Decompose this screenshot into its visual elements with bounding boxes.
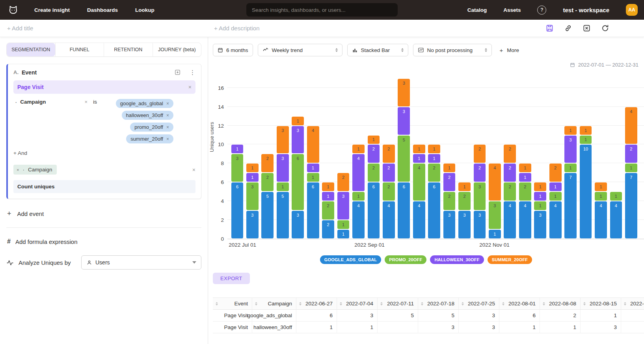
bar-segment-google_ads_global[interactable]: 5 (261, 192, 274, 238)
bar-segment-promo_20off[interactable]: 1 (595, 192, 607, 201)
card-menu-icon[interactable]: ⋮ (190, 69, 195, 75)
bar-segment-promo_20off[interactable]: 1 (625, 164, 637, 172)
clear-breakdown-icon[interactable]: × (192, 167, 195, 173)
bar-segment-summer_20off[interactable]: 3 (398, 79, 410, 106)
bar-segment-google_ads_global[interactable]: 4 (383, 201, 395, 238)
bar-segment-halloween_30off[interactable]: 2 (443, 173, 456, 191)
bar-segment-google_ads_global[interactable]: 3 (458, 211, 471, 238)
sort-icon[interactable] (543, 302, 545, 305)
sort-icon[interactable] (216, 302, 218, 305)
sort-icon[interactable] (380, 302, 383, 305)
analyze-by-select[interactable]: Users (81, 255, 201, 270)
bar-segment-promo_20off[interactable]: 2 (519, 182, 531, 201)
bar-segment-summer_20off[interactable]: 4 (625, 107, 637, 144)
bar-segment-google_ads_global[interactable]: 4 (610, 201, 622, 238)
event-selector[interactable]: Page Visit × (13, 80, 195, 94)
bar-segment-halloween_30off[interactable]: 3 (277, 154, 289, 182)
chart-type-select[interactable]: Stacked Bar (347, 44, 408, 56)
bar-segment-summer_20off[interactable]: 4 (489, 164, 501, 201)
bar-segment-google_ads_global[interactable]: 6 (307, 182, 319, 238)
nav-item-catalog[interactable]: Catalog (467, 7, 487, 13)
bar-segment-halloween_30off[interactable]: 1 (322, 192, 334, 201)
filter-value-chip[interactable]: halloween_30off× (122, 111, 173, 120)
bar-segment-promo_20off[interactable]: 1 (610, 192, 622, 201)
bar-segment-halloween_30off[interactable]: 1 (413, 154, 425, 163)
bar-segment-halloween_30off[interactable]: 1 (246, 173, 259, 182)
nav-item-assets[interactable]: Assets (503, 7, 521, 13)
bar-segment-google_ads_global[interactable]: 6 (231, 182, 244, 238)
filter-operator[interactable]: is (93, 99, 97, 105)
bar-segment-halloween_30off[interactable]: 1 (549, 182, 562, 191)
table-header-2022-07-11[interactable]: 2022-07-11 (378, 298, 418, 310)
add-event-button[interactable]: + Add event (6, 210, 201, 217)
filter-value-chip[interactable]: google_ads_global× (116, 99, 173, 108)
export-button[interactable]: EXPORT (213, 273, 250, 284)
tab-retention[interactable]: RETENTION (104, 43, 153, 56)
sort-icon[interactable] (624, 302, 626, 305)
bar-segment-promo_20off[interactable]: 2 (504, 182, 516, 201)
sort-icon[interactable] (583, 302, 586, 305)
bar-segment-halloween_30off[interactable]: 2 (625, 145, 637, 163)
remove-filter-icon[interactable]: × (85, 99, 88, 105)
bar-segment-google_ads_global[interactable]: 6 (428, 182, 440, 238)
bar-segment-halloween_30off[interactable]: 2 (383, 164, 395, 182)
nav-item-lookup[interactable]: Lookup (135, 7, 154, 13)
bar-segment-google_ads_global[interactable]: 1 (489, 230, 501, 238)
bar-segment-halloween_30off[interactable]: 3 (337, 192, 350, 219)
bar-segment-summer_20off[interactable]: 1 (580, 126, 592, 135)
bar-segment-promo_20off[interactable]: 3 (246, 182, 259, 210)
sort-icon[interactable] (255, 302, 257, 305)
breakdown-chip[interactable]: × · Campaign (13, 165, 57, 175)
bar-segment-halloween_30off[interactable]: 1 (307, 164, 319, 172)
table-header-event[interactable]: Event (213, 298, 252, 310)
bar-segment-promo_20off[interactable]: 4 (413, 164, 425, 201)
bar-segment-promo_20off[interactable]: 3 (231, 154, 244, 182)
bar-segment-google_ads_global[interactable]: 7 (625, 173, 637, 238)
filter-property[interactable]: Campaign (20, 99, 46, 105)
table-header-2022-08-01[interactable]: 2022-08-01 (499, 298, 540, 310)
bar-segment-google_ads_global[interactable]: 6 (398, 182, 410, 238)
bar-segment-promo_20off[interactable]: 1 (352, 192, 365, 201)
bar-segment-halloween_30off[interactable]: 1 (428, 154, 440, 163)
bar-segment-halloween_30off[interactable]: 1 (519, 173, 531, 182)
bar-segment-summer_20off[interactable]: 1 (413, 145, 425, 153)
avatar[interactable]: AA (626, 4, 638, 16)
legend-pill-summer-20off[interactable]: SUMMER_20OFF (488, 255, 532, 264)
bar-segment-halloween_30off[interactable]: 1 (231, 145, 244, 153)
sort-icon[interactable] (462, 302, 464, 305)
bar-segment-halloween_30off[interactable]: 4 (352, 154, 365, 191)
bar-segment-google_ads_global[interactable]: 4 (504, 201, 516, 238)
bar-segment-summer_20off[interactable]: 2 (261, 154, 274, 172)
bar-segment-summer_20off[interactable]: 1 (428, 145, 440, 153)
nav-item-dashboards[interactable]: Dashboards (87, 7, 118, 13)
bar-segment-promo_20off[interactable]: 2 (261, 173, 274, 191)
clear-icon[interactable] (583, 24, 591, 32)
sort-icon[interactable] (421, 302, 423, 305)
bar-segment-halloween_30off[interactable]: 2 (368, 145, 380, 163)
add-and-filter[interactable]: + And (13, 150, 195, 156)
bar-segment-promo_20off[interactable]: 3 (474, 182, 486, 210)
table-header-2022-08-08[interactable]: 2022-08-08 (540, 298, 581, 310)
bar-segment-summer_20off[interactable]: 3 (277, 126, 289, 154)
bar-segment-google_ads_global[interactable]: 3 (443, 211, 456, 238)
bar-segment-google_ads_global[interactable]: 3 (534, 211, 546, 238)
workspace-name[interactable]: test - workspace (563, 7, 609, 13)
app-logo-cat-icon[interactable] (8, 5, 19, 15)
post-processing-select[interactable]: No post processing (413, 44, 492, 56)
table-header-2022-07-04[interactable]: 2022-07-04 (337, 298, 378, 310)
table-header-2022-07-25[interactable]: 2022-07-25 (459, 298, 499, 310)
bar-segment-google_ads_global[interactable]: 6 (368, 182, 380, 238)
table-header-2022-07-18[interactable]: 2022-07-18 (418, 298, 459, 310)
bar-segment-summer_20off[interactable]: 2 (337, 173, 350, 191)
bar-segment-google_ads_global[interactable]: 4 (549, 201, 562, 238)
time-window-button[interactable]: 6 months (213, 44, 253, 56)
tab-journey-beta[interactable]: JOURNEY (beta) (153, 43, 201, 56)
bar-segment-promo_20off[interactable]: 2 (428, 164, 440, 182)
bar-segment-promo_20off[interactable]: 1 (580, 136, 592, 144)
bar-segment-summer_20off[interactable]: 1 (534, 182, 546, 191)
bar-segment-summer_20off[interactable]: 4 (307, 126, 319, 163)
bar-segment-summer_20off[interactable]: 1 (458, 182, 471, 191)
bar-segment-google_ads_global[interactable]: 3 (246, 211, 259, 238)
search-input[interactable] (246, 3, 398, 17)
bar-segment-summer_20off[interactable]: 1 (564, 126, 577, 135)
